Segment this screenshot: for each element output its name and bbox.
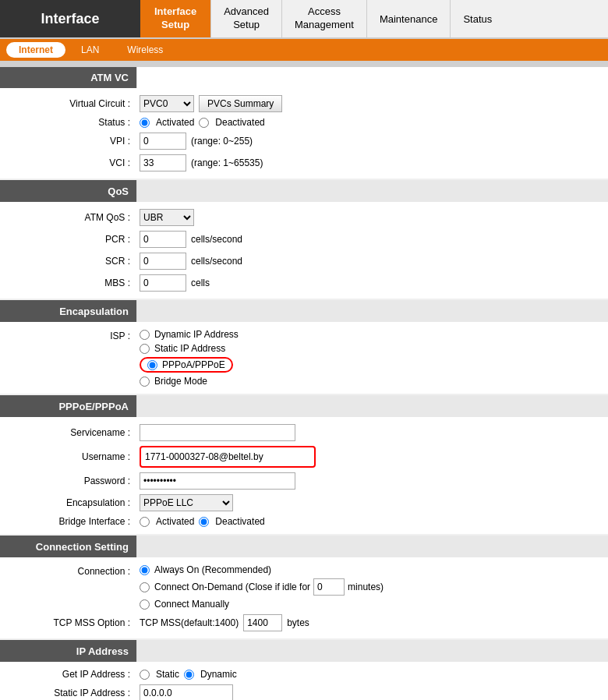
encapsulation-section: Encapsulation ISP : Dynamic IP Address bbox=[0, 300, 608, 394]
servicename-input[interactable] bbox=[140, 424, 295, 441]
tcp-mss-label: TCP MSS Option : bbox=[54, 617, 130, 628]
mbs-unit: cells bbox=[191, 278, 210, 288]
password-input[interactable] bbox=[140, 472, 295, 490]
static-ip-label: Static IP Address : bbox=[54, 688, 130, 698]
vci-input[interactable] bbox=[140, 154, 186, 171]
pppoe-section: PPPoE/PPPoA Servicename : Usern bbox=[0, 395, 608, 534]
tcp-mss-input[interactable] bbox=[243, 614, 282, 631]
vpi-input[interactable] bbox=[140, 133, 186, 150]
atm-vc-content: Virtual Circuit : PVC0 PVCs Summary Stat… bbox=[0, 88, 608, 179]
status-activated-radio[interactable] bbox=[140, 118, 150, 128]
connection-always-on-radio[interactable] bbox=[140, 565, 150, 575]
static-radio[interactable] bbox=[140, 670, 150, 680]
static-ip-input[interactable] bbox=[140, 684, 233, 700]
isp-static-ip-radio[interactable] bbox=[140, 344, 150, 354]
connection-manually-text: Connect Manually bbox=[154, 599, 229, 610]
isp-pppoe-text: PPPoA/PPPoE bbox=[162, 359, 225, 370]
tcp-mss-text: TCP MSS(default:1400) bbox=[140, 617, 239, 628]
header: Interface InterfaceSetup AdvancedSetup A… bbox=[0, 0, 608, 39]
atm-qos-select[interactable]: UBR bbox=[140, 209, 194, 226]
encap-label: Encapsulation : bbox=[66, 497, 130, 508]
isp-static-ip-text: Static IP Address bbox=[154, 343, 225, 354]
get-ip-label: Get IP Address : bbox=[62, 669, 130, 680]
bridge-deactivated-text: Deactivated bbox=[215, 516, 264, 527]
nav-tabs: InterfaceSetup AdvancedSetup AccessManag… bbox=[140, 0, 608, 37]
connection-setting-label: Connection Setting bbox=[36, 541, 129, 553]
pppoe-content: Servicename : Username : bbox=[0, 417, 608, 534]
pcr-label: PCR : bbox=[105, 234, 130, 245]
dynamic-text: Dynamic bbox=[200, 669, 237, 680]
mbs-label: MBS : bbox=[104, 278, 130, 288]
username-label: Username : bbox=[82, 451, 130, 462]
tab-advanced-setup[interactable]: AdvancedSetup bbox=[210, 0, 281, 37]
pcr-unit: cells/second bbox=[191, 234, 242, 245]
pcr-input[interactable] bbox=[140, 231, 186, 248]
isp-pppoe-radio[interactable] bbox=[147, 360, 157, 370]
atm-qos-label: ATM QoS : bbox=[85, 212, 130, 223]
vci-label: VCI : bbox=[109, 157, 130, 168]
status-deactivated-radio[interactable] bbox=[199, 118, 209, 128]
pvcs-summary-button[interactable]: PVCs Summary bbox=[199, 95, 282, 112]
status-label: Status : bbox=[98, 117, 130, 128]
sub-tabs: Internet LAN Wireless bbox=[0, 39, 608, 61]
vpi-range: (range: 0~255) bbox=[191, 136, 253, 147]
tcp-mss-unit: bytes bbox=[287, 617, 309, 628]
isp-label: ISP : bbox=[110, 331, 130, 341]
idle-unit-text: minutes) bbox=[348, 582, 384, 592]
encapsulation-content: ISP : Dynamic IP Address Static IP Addre… bbox=[0, 322, 608, 394]
bridge-activated-text: Activated bbox=[156, 516, 194, 527]
pppoe-label: PPPoE/PPPoA bbox=[58, 401, 129, 412]
tab-interface-setup[interactable]: InterfaceSetup bbox=[140, 0, 210, 37]
status-deactivated-text: Deactivated bbox=[215, 117, 264, 128]
isp-dynamic-ip-radio[interactable] bbox=[140, 330, 150, 340]
scr-unit: cells/second bbox=[191, 256, 242, 267]
subtab-wireless[interactable]: Wireless bbox=[115, 42, 175, 58]
bridge-activated-radio[interactable] bbox=[140, 517, 150, 527]
servicename-label: Servicename : bbox=[70, 427, 130, 438]
connection-setting-section: Connection Setting Connection : Always O… bbox=[0, 536, 608, 638]
atm-vc-section: ATM VC Virtual Circuit : PVC0 PVCs Summa… bbox=[0, 67, 608, 179]
main-content: ATM VC Virtual Circuit : PVC0 PVCs Summa… bbox=[0, 67, 608, 700]
isp-dynamic-ip-text: Dynamic IP Address bbox=[154, 329, 239, 340]
connection-always-on-text: Always On (Recommended) bbox=[154, 564, 271, 575]
static-text: Static bbox=[156, 669, 179, 680]
connection-on-demand-radio[interactable] bbox=[140, 582, 150, 592]
qos-section: QoS ATM QoS : UBR bbox=[0, 180, 608, 299]
dynamic-radio[interactable] bbox=[184, 670, 194, 680]
scr-input[interactable] bbox=[140, 253, 186, 270]
subtab-internet[interactable]: Internet bbox=[6, 42, 65, 58]
subtab-lan[interactable]: LAN bbox=[69, 42, 111, 58]
connection-on-demand-text: Connect On-Demand (Close if idle for bbox=[154, 582, 310, 592]
encapsulation-select[interactable]: PPPoE LLC bbox=[140, 494, 233, 511]
isp-bridge-text: Bridge Mode bbox=[154, 376, 207, 387]
logo: Interface bbox=[0, 0, 140, 37]
connection-label: Connection : bbox=[78, 566, 130, 577]
connection-manually-radio[interactable] bbox=[140, 599, 150, 610]
tab-status[interactable]: Status bbox=[450, 0, 504, 37]
bridge-deactivated-radio[interactable] bbox=[199, 517, 209, 527]
tab-maintenance[interactable]: Maintenance bbox=[366, 0, 450, 37]
tab-access-management[interactable]: AccessManagement bbox=[281, 0, 366, 37]
idle-time-input[interactable] bbox=[313, 578, 345, 596]
encapsulation-label: Encapsulation bbox=[59, 306, 129, 317]
app-container: Interface InterfaceSetup AdvancedSetup A… bbox=[0, 0, 608, 700]
ip-address-label: IP Address bbox=[76, 645, 129, 657]
connection-setting-content: Connection : Always On (Recommended) Con… bbox=[0, 557, 608, 638]
virtual-circuit-select[interactable]: PVC0 bbox=[140, 95, 194, 112]
mbs-input[interactable] bbox=[140, 274, 186, 292]
password-label: Password : bbox=[84, 476, 130, 486]
virtual-circuit-label: Virtual Circuit : bbox=[69, 98, 130, 109]
vpi-label: VPI : bbox=[110, 136, 130, 147]
status-activated-text: Activated bbox=[156, 117, 194, 128]
qos-label: QoS bbox=[108, 186, 129, 197]
vci-range: (range: 1~65535) bbox=[191, 157, 263, 168]
qos-content: ATM QoS : UBR PCR : cells/seco bbox=[0, 202, 608, 299]
ip-address-content: Get IP Address : Static Dynamic Static I… bbox=[0, 662, 608, 700]
pppoa-pppoe-circle: PPPoA/PPPoE bbox=[140, 357, 233, 373]
atm-vc-label: ATM VC bbox=[90, 72, 129, 83]
bridge-interface-label: Bridge Interface : bbox=[59, 516, 130, 527]
scr-label: SCR : bbox=[105, 256, 130, 267]
ip-address-section: IP Address Get IP Address : Static Dynam… bbox=[0, 640, 608, 700]
username-input[interactable] bbox=[142, 448, 313, 465]
isp-bridge-radio[interactable] bbox=[140, 377, 150, 387]
